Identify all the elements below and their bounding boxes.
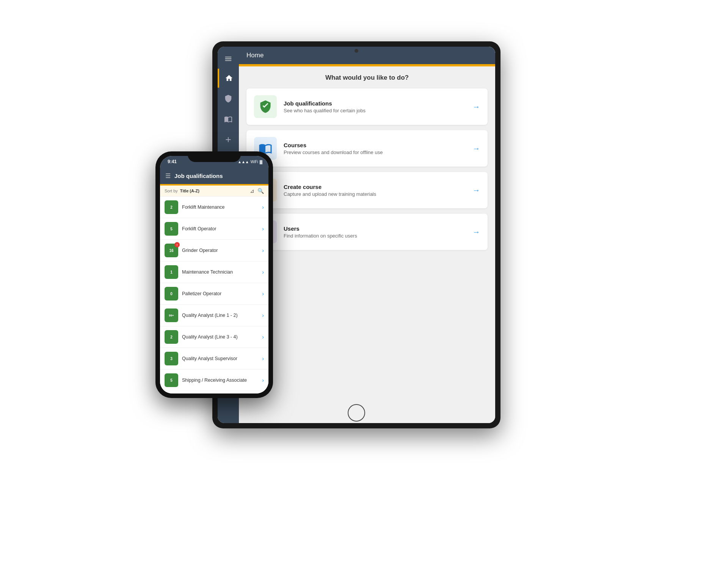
list-item[interactable]: 16 ! Grinder Operator › <box>160 240 268 261</box>
item-name-palletizer-operator: Palletizer Operator <box>182 291 258 296</box>
filter-icon[interactable]: ⊿ <box>250 188 254 194</box>
create-course-desc: Capture and upload new training material… <box>284 191 472 197</box>
list-item[interactable]: 5 Forklift Operator › <box>160 218 268 240</box>
phone-sort-icons: ⊿ 🔍 <box>250 188 264 194</box>
item-arrow: › <box>262 334 264 340</box>
sidebar-item-shield[interactable] <box>218 89 239 108</box>
job-qualifications-card[interactable]: Job qualifications See who has qualified… <box>246 88 488 125</box>
list-item[interactable]: 2 Forklift Maintenance › <box>160 197 268 218</box>
list-item[interactable]: 2 Shipping / Receiving Supervisor › <box>160 391 268 393</box>
phone-notch <box>188 151 241 162</box>
phone-status-icons: ▲▲▲ WiFi ▓ <box>238 160 262 164</box>
users-desc: Find information on specific users <box>284 233 472 239</box>
item-arrow: › <box>262 377 264 383</box>
tablet-content-area: What would you like to do? Job qualifica… <box>239 66 495 423</box>
phone-sort-bar: Sort by Title (A-Z) ⊿ 🔍 <box>160 186 268 197</box>
users-title: Users <box>284 225 472 232</box>
create-course-arrow[interactable]: → <box>472 186 480 195</box>
create-course-card[interactable]: Create course Capture and upload new tra… <box>246 172 488 208</box>
item-name-forklift-maintenance: Forklift Maintenance <box>182 205 258 210</box>
phone-sort-value: Title (A-Z) <box>180 189 248 193</box>
phone-menu-icon[interactable]: ☰ <box>165 172 171 179</box>
item-arrow: › <box>262 204 264 210</box>
scene: Home What would you like to do? Job qual <box>136 22 592 554</box>
courses-card[interactable]: Courses Preview courses and download for… <box>246 130 488 167</box>
badge-alert-icon: ! <box>174 242 180 247</box>
badge-grinder-operator: 16 ! <box>165 244 178 257</box>
courses-title: Courses <box>284 142 472 148</box>
badge-forklift-maintenance: 2 <box>165 200 178 214</box>
badge-palletizer-operator: 0 <box>165 287 178 301</box>
create-course-title: Create course <box>284 184 472 190</box>
tablet-main-content: Home What would you like to do? Job qual <box>239 47 495 423</box>
job-qualifications-arrow[interactable]: → <box>472 102 480 111</box>
item-name-shipping-associate: Shipping / Receiving Associate <box>182 378 258 383</box>
list-item[interactable]: 1 Maintenance Technician › <box>160 261 268 283</box>
tablet-camera <box>355 49 358 53</box>
users-card[interactable]: Users Find information on specific users… <box>246 214 488 250</box>
item-arrow: › <box>262 226 264 232</box>
item-name-qa-line3-4: Quality Analyst (Line 3 - 4) <box>182 334 258 340</box>
badge-qa-line1-2: 99+ <box>165 308 178 322</box>
sidebar-item-plus[interactable] <box>218 130 239 149</box>
tablet-home-button[interactable] <box>348 404 365 422</box>
item-arrow: › <box>262 247 264 253</box>
courses-arrow[interactable]: → <box>472 144 480 153</box>
tablet-title: Home <box>246 52 264 59</box>
create-course-text: Create course Capture and upload new tra… <box>284 184 472 197</box>
sidebar-item-book[interactable] <box>218 110 239 129</box>
sidebar-menu-icon[interactable] <box>218 50 239 67</box>
phone-time: 9:41 <box>168 159 177 164</box>
item-name-qa-supervisor: Quality Analyst Supervisor <box>182 356 258 361</box>
list-item[interactable]: 3 Quality Analyst Supervisor › <box>160 348 268 370</box>
badge-qa-line3-4: 2 <box>165 330 178 344</box>
job-qualifications-desc: See who has qualified for certain jobs <box>284 108 472 113</box>
phone-device: 9:41 ▲▲▲ WiFi ▓ ☰ Job qualifications Sor… <box>155 151 273 398</box>
item-name-qa-line1-2: Quality Analyst (Line 1 - 2) <box>182 313 258 318</box>
job-qualifications-icon <box>254 95 277 118</box>
badge-qa-supervisor: 3 <box>165 352 178 365</box>
badge-forklift-operator: 5 <box>165 222 178 236</box>
job-qualifications-title: Job qualifications <box>284 100 472 107</box>
item-arrow: › <box>262 291 264 297</box>
item-arrow: › <box>262 312 264 318</box>
wifi-icon: WiFi <box>251 160 258 164</box>
users-text: Users Find information on specific users <box>284 225 472 239</box>
item-arrow: › <box>262 356 264 362</box>
list-item[interactable]: 2 Quality Analyst (Line 3 - 4) › <box>160 326 268 348</box>
job-qualifications-text: Job qualifications See who has qualified… <box>284 100 472 113</box>
badge-shipping-associate: 5 <box>165 373 178 387</box>
tablet-header: Home <box>239 47 495 64</box>
phone-header-title: Job qualifications <box>174 173 223 179</box>
item-name-maintenance-technician: Maintenance Technician <box>182 269 258 275</box>
list-item[interactable]: 99+ Quality Analyst (Line 1 - 2) › <box>160 305 268 326</box>
signal-icon: ▲▲▲ <box>238 160 249 164</box>
phone-sort-label: Sort by <box>165 189 178 193</box>
search-icon[interactable]: 🔍 <box>257 188 264 194</box>
courses-text: Courses Preview courses and download for… <box>284 142 472 155</box>
sidebar-item-home[interactable] <box>218 69 239 88</box>
tablet-subtitle: What would you like to do? <box>246 74 488 82</box>
item-name-grinder-operator: Grinder Operator <box>182 248 258 253</box>
item-arrow: › <box>262 269 264 275</box>
battery-icon: ▓ <box>260 160 262 164</box>
list-item[interactable]: 5 Shipping / Receiving Associate › <box>160 370 268 391</box>
users-arrow[interactable]: → <box>472 228 480 236</box>
courses-desc: Preview courses and download for offline… <box>284 150 472 155</box>
badge-maintenance-technician: 1 <box>165 265 178 279</box>
item-name-forklift-operator: Forklift Operator <box>182 226 258 231</box>
phone-header: ☰ Job qualifications <box>160 167 268 184</box>
phone-screen: 9:41 ▲▲▲ WiFi ▓ ☰ Job qualifications Sor… <box>160 156 268 393</box>
phone-job-list: 2 Forklift Maintenance › 5 Forklift Oper… <box>160 197 268 393</box>
list-item[interactable]: 0 Palletizer Operator › <box>160 283 268 305</box>
